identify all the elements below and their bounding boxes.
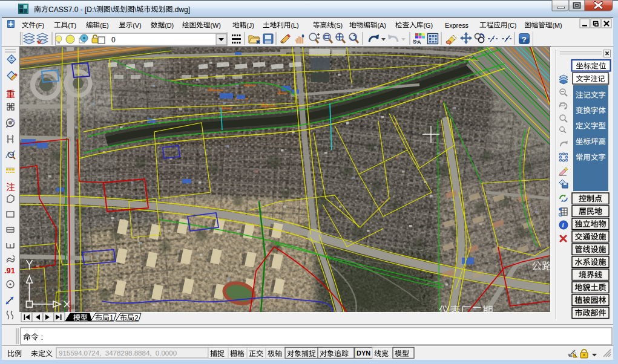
svg-text:(M): (M) [552, 22, 562, 29]
svg-text:(G): (G) [423, 22, 433, 29]
svg-text:(A): (A) [377, 22, 386, 29]
svg-text:!: ! [574, 354, 576, 358]
svg-text:(J): (J) [246, 22, 254, 29]
svg-text:(E): (E) [100, 22, 108, 29]
svg-text:DYN: DYN [357, 349, 370, 357]
svg-text:(W): (W) [210, 22, 220, 29]
svg-text:(L): (L) [291, 22, 298, 29]
svg-text:CASS7.0 - [D:\: CASS7.0 - [D:\ [48, 5, 96, 14]
svg-text:1: 1 [110, 314, 114, 322]
svg-text:915594.0724, 3478298.8884, 0: 915594.0724, 3478298.8884, 0.0000 [59, 349, 177, 357]
svg-text:.91: .91 [4, 266, 15, 275]
svg-text:(T): (T) [68, 22, 76, 29]
svg-text:(S): (S) [334, 22, 343, 29]
svg-text:Express: Express [445, 22, 469, 29]
svg-text:(V): (V) [133, 22, 141, 29]
svg-text:?: ? [522, 35, 527, 44]
svg-text:.dwg]: .dwg] [173, 5, 190, 14]
svg-text:(F): (F) [36, 22, 44, 29]
svg-text:(D): (D) [165, 22, 174, 29]
svg-text:S: S [413, 39, 416, 45]
svg-text:(C): (C) [507, 22, 516, 29]
svg-text:2: 2 [134, 314, 139, 322]
svg-text::: : [39, 333, 43, 342]
svg-text:0: 0 [111, 36, 116, 44]
